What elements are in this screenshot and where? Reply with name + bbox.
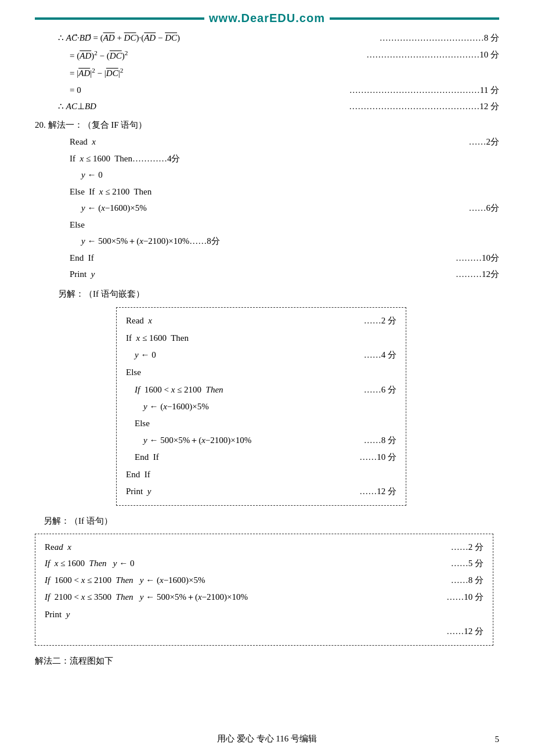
alt1-row-1: Read x ……2 分 (126, 313, 396, 329)
proof-line-5: ∴ AC⊥BD ………………………………………12 分 (58, 99, 499, 114)
alt1-row-5: If 1600 < x ≤ 2100 Then ……6 分 (126, 382, 396, 398)
alt1-row-8: y ← 500×5%＋(x−2100)×10% ……8 分 (126, 433, 396, 449)
proof-line-3: = |AD|2 − |DC|2 (70, 65, 499, 81)
proof-score-4: ………………………………………11 分 (349, 83, 499, 98)
problem-20-title: 20. 解法一：（复合 IF 语句） (35, 118, 499, 133)
header-bar-right (330, 17, 499, 20)
sol1-line-4: Else If x ≤ 2100 Then (70, 185, 499, 200)
alt1-row-7: Else (126, 416, 396, 431)
header-bar-left (35, 17, 204, 20)
proof-score-1: ………………………………8 分 (380, 31, 499, 46)
sol1-line-7: y ← 500×5%＋(x−2100)×10%……8分 (81, 234, 499, 249)
math-proof-section: ∴ AC⃗·BD⃗ = (AD + DC)·(AD − DC) ……………………… (35, 31, 499, 668)
proof-line-4: = 0 ………………………………………11 分 (70, 83, 499, 98)
alt1-row-10: End If (126, 467, 396, 483)
proof-text-2: = (AD)2 − (DC)2 (70, 51, 128, 60)
alt2-row-4: If 2100 < x ≤ 3500 Then y ← 500×5%＋(x−21… (45, 589, 484, 606)
alt2-row-2: If x ≤ 1600 Then y ← 0 ……5 分 (45, 556, 484, 572)
solution2-title: 解法二：流程图如下 (35, 654, 499, 669)
alt1-row-11: Print y ……12 分 (126, 484, 396, 500)
proof-text-5: ∴ AC⊥BD (58, 102, 96, 111)
sol1-line-5: y ← (x−1600)×5% ……6分 (81, 201, 499, 216)
proof-score-5: ………………………………………12 分 (349, 99, 499, 114)
alt1-row-4: Else (126, 365, 396, 380)
sol1-line-8: End If ………10分 (70, 251, 499, 266)
site-title: www.DearEDU.com (209, 12, 325, 25)
sol1-line-9: Print y ………12分 (70, 267, 499, 282)
alt1-title: 另解：（If 语句嵌套） (58, 287, 499, 302)
proof-text-4: = 0 (70, 85, 81, 95)
alt2-title: 另解：（If 语句） (35, 514, 499, 529)
page-number: 5 (495, 735, 500, 744)
sol1-line-2: If x ≤ 1600 Then…………4分 (70, 152, 499, 167)
sol1-line-6: Else (70, 218, 499, 233)
page-header: www.DearEDU.com (35, 12, 499, 25)
proof-line-1: ∴ AC⃗·BD⃗ = (AD + DC)·(AD − DC) ……………………… (58, 31, 499, 46)
footer-text: 用心 爱心 专心 116 号编辑 (217, 733, 317, 744)
proof-score-2: …………………………………10 分 (366, 48, 499, 63)
alt1-row-9: End If ……10 分 (126, 449, 396, 466)
alt2-row-6: ……12 分 (45, 624, 484, 640)
alt1-row-3: y ← 0 ……4 分 (126, 347, 396, 363)
proof-line-2: = (AD)2 − (DC)2 …………………………………10 分 (70, 48, 499, 64)
page: www.DearEDU.com ∴ AC⃗·BD⃗ = (AD + DC)·(A… (0, 0, 534, 756)
proof-text-1: ∴ AC⃗·BD⃗ = (AD + DC)·(AD − DC) (58, 33, 180, 42)
alt1-row-2: If x ≤ 1600 Then (126, 331, 396, 346)
alt1-box: Read x ……2 分 If x ≤ 1600 Then y ← 0 ……4 … (116, 307, 406, 506)
alt2-row-3: If 1600 < x ≤ 2100 Then y ← (x−1600)×5% … (45, 573, 484, 589)
alt1-row-6: y ← (x−1600)×5% (126, 399, 396, 415)
alt2-row-1: Read x ……2 分 (45, 539, 484, 556)
sol1-line-3: y ← 0 (81, 168, 499, 183)
alt2-box: Read x ……2 分 If x ≤ 1600 Then y ← 0 ……5 … (35, 534, 493, 646)
sol1-line-1: Read x ……2分 (70, 135, 499, 150)
alt2-row-5: Print y (45, 607, 484, 622)
